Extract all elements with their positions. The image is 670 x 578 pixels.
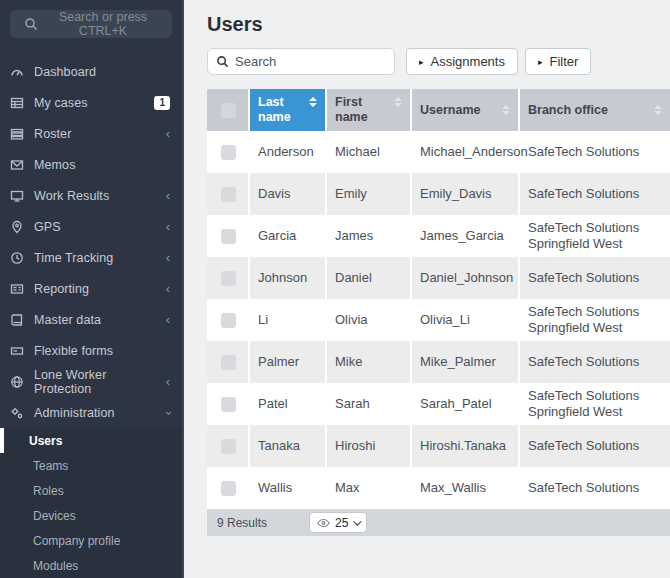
- cell-last-name: Wallis: [249, 467, 326, 509]
- map-pin-icon: [10, 220, 26, 234]
- cell-first-name: Olivia: [326, 299, 411, 341]
- cell-username: Olivia_Li: [411, 299, 519, 341]
- gears-icon: [10, 406, 26, 420]
- sidebar-item-work-results[interactable]: Work Results ‹: [0, 180, 182, 211]
- users-table: Last name First name Username Branch off…: [207, 89, 670, 509]
- table-row: Garcia James James_Garcia SafeTech Solut…: [207, 215, 670, 257]
- cell-last-name: Johnson: [249, 257, 326, 299]
- cell-branch-office: SafeTech Solutions: [519, 257, 670, 299]
- eye-icon: [317, 518, 330, 528]
- cell-last-name: Li: [249, 299, 326, 341]
- sidebar-search-placeholder: Search or press CTRL+K: [42, 10, 164, 38]
- select-all-checkbox[interactable]: [221, 103, 236, 118]
- toolbar: Search ▸ Assignments ▸ Filter: [207, 48, 670, 75]
- row-checkbox[interactable]: [221, 481, 236, 496]
- filter-button[interactable]: ▸ Filter: [525, 48, 591, 75]
- sidebar-item-company-profile[interactable]: Company profile: [0, 528, 182, 553]
- row-checkbox[interactable]: [221, 145, 236, 160]
- sidebar-nav: Dashboard My cases 1 Roster ‹ Memos Work…: [0, 56, 182, 428]
- cell-last-name: Patel: [249, 383, 326, 425]
- cell-first-name: Hiroshi: [326, 425, 411, 467]
- column-header-branch-office[interactable]: Branch office: [519, 89, 670, 131]
- chevron-left-icon: ‹: [166, 253, 170, 263]
- cell-branch-office: SafeTech Solutions Springfield West: [519, 215, 670, 257]
- table-row: Palmer Mike Mike_Palmer SafeTech Solutio…: [207, 341, 670, 383]
- table-row: Wallis Max Max_Wallis SafeTech Solutions: [207, 467, 670, 509]
- report-icon: [10, 282, 26, 296]
- table-row: Anderson Michael Michael_Anderson SafeTe…: [207, 131, 670, 173]
- assignments-button[interactable]: ▸ Assignments: [406, 48, 518, 75]
- sidebar-item-lone-worker-protection[interactable]: Lone Worker Protection ‹: [0, 366, 182, 397]
- row-checkbox[interactable]: [221, 187, 236, 202]
- page-size-value: 25: [335, 516, 348, 530]
- sort-icon: [394, 97, 402, 107]
- cell-branch-office: SafeTech Solutions: [519, 341, 670, 383]
- cell-last-name: Davis: [249, 173, 326, 215]
- clock-icon: [10, 251, 26, 265]
- chevron-left-icon: ‹: [166, 315, 170, 325]
- sidebar-item-reporting[interactable]: Reporting ‹: [0, 273, 182, 304]
- globe-icon: [10, 375, 26, 389]
- users-search-input[interactable]: Search: [207, 48, 395, 75]
- page-size-select[interactable]: 25: [309, 512, 367, 533]
- cell-first-name: James: [326, 215, 411, 257]
- column-header-last-name[interactable]: Last name: [249, 89, 326, 131]
- sidebar-item-master-data[interactable]: Master data ‹: [0, 304, 182, 335]
- row-checkbox[interactable]: [221, 229, 236, 244]
- sidebar-item-roles[interactable]: Roles: [0, 478, 182, 503]
- cell-branch-office: SafeTech Solutions: [519, 173, 670, 215]
- sidebar-item-dashboard[interactable]: Dashboard: [0, 56, 182, 87]
- cell-branch-office: SafeTech Solutions: [519, 467, 670, 509]
- table-footer: 9 Results 25: [207, 509, 670, 536]
- cell-username: James_Garcia: [411, 215, 519, 257]
- sidebar-item-administration[interactable]: Administration ‹: [0, 397, 182, 428]
- cell-last-name: Garcia: [249, 215, 326, 257]
- row-checkbox[interactable]: [221, 397, 236, 412]
- sidebar: Search or press CTRL+K Dashboard My case…: [0, 0, 184, 578]
- gauge-icon: [10, 65, 26, 79]
- chevron-left-icon: ‹: [166, 129, 170, 139]
- sidebar-item-my-cases[interactable]: My cases 1: [0, 87, 182, 118]
- sidebar-item-time-tracking[interactable]: Time Tracking ‹: [0, 242, 182, 273]
- cell-username: Sarah_Patel: [411, 383, 519, 425]
- sort-icon: [502, 105, 510, 115]
- column-header-first-name[interactable]: First name: [326, 89, 411, 131]
- envelope-icon: [10, 158, 26, 172]
- cell-branch-office: SafeTech Solutions Springfield West: [519, 383, 670, 425]
- users-search-placeholder: Search: [235, 54, 276, 69]
- sidebar-item-flexible-forms[interactable]: Flexible forms: [0, 335, 182, 366]
- administration-submenu: Users Teams Roles Devices Company profil…: [0, 428, 182, 578]
- row-checkbox[interactable]: [221, 313, 236, 328]
- sidebar-search-input[interactable]: Search or press CTRL+K: [10, 10, 172, 38]
- page-title: Users: [207, 13, 670, 36]
- table-row: Li Olivia Olivia_Li SafeTech Solutions S…: [207, 299, 670, 341]
- triangle-right-icon: ▸: [419, 57, 424, 67]
- column-header-username[interactable]: Username: [411, 89, 519, 131]
- row-checkbox[interactable]: [221, 355, 236, 370]
- sidebar-item-memos[interactable]: Memos: [0, 149, 182, 180]
- table-row: Davis Emily Emily_Davis SafeTech Solutio…: [207, 173, 670, 215]
- sidebar-item-devices[interactable]: Devices: [0, 503, 182, 528]
- chevron-down-icon: [354, 517, 362, 525]
- cell-last-name: Tanaka: [249, 425, 326, 467]
- book-icon: [10, 313, 26, 327]
- sort-icon: [309, 97, 317, 107]
- cell-first-name: Max: [326, 467, 411, 509]
- sidebar-item-gps[interactable]: GPS ‹: [0, 211, 182, 242]
- sidebar-item-teams[interactable]: Teams: [0, 453, 182, 478]
- table-row: Tanaka Hiroshi Hiroshi.Tanaka SafeTech S…: [207, 425, 670, 467]
- sidebar-item-modules[interactable]: Modules: [0, 553, 182, 578]
- table-header-row: Last name First name Username Branch off…: [207, 89, 670, 131]
- cell-branch-office: SafeTech Solutions: [519, 131, 670, 173]
- cell-first-name: Sarah: [326, 383, 411, 425]
- row-checkbox[interactable]: [221, 271, 236, 286]
- chevron-left-icon: ‹: [166, 191, 170, 201]
- table-row: Patel Sarah Sarah_Patel SafeTech Solutio…: [207, 383, 670, 425]
- my-cases-count-badge: 1: [154, 96, 170, 110]
- main-content: Users Search ▸ Assignments ▸ Filter Last…: [186, 0, 670, 578]
- sidebar-item-roster[interactable]: Roster ‹: [0, 118, 182, 149]
- sidebar-item-users[interactable]: Users: [0, 428, 182, 453]
- cell-last-name: Palmer: [249, 341, 326, 383]
- row-checkbox[interactable]: [221, 439, 236, 454]
- chevron-left-icon: ‹: [166, 377, 170, 387]
